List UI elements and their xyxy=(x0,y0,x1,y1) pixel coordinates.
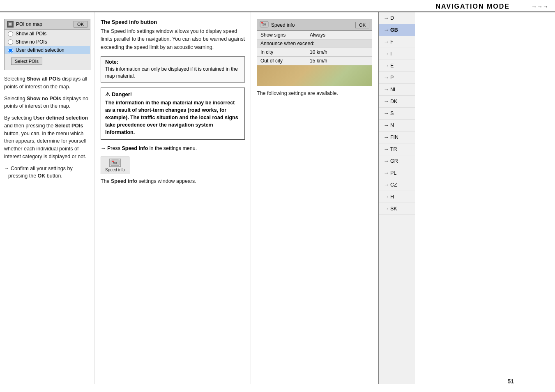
poi-select-button[interactable]: Select POIs xyxy=(11,58,42,65)
poi-widget: POI on map OK Show all POIs Show no POIs… xyxy=(4,19,90,70)
nav-item-h[interactable]: → H xyxy=(379,191,415,203)
out-of-city-label: Out of city xyxy=(260,58,310,64)
confirm-text: → Confirm all your settings by pressing … xyxy=(4,165,90,180)
poi-radio-show-all[interactable] xyxy=(8,31,13,37)
speed-row-out-of-city: Out of city 15 km/h xyxy=(257,57,372,65)
page-header: NAVIGATION MODE →→→ xyxy=(0,0,555,12)
speed-widget-title-left: 50 Speed info xyxy=(260,21,295,29)
speed-widget-map-bg xyxy=(257,65,372,86)
speed-info-widget: 50 Speed info OK Show signs Always Annou… xyxy=(257,19,372,86)
speed-info-button-widget[interactable]: 50 Speed info xyxy=(101,157,129,174)
show-none-bold: Show no POIs xyxy=(27,96,61,101)
speed-row-in-city: In city 10 km/h xyxy=(257,48,372,57)
speed-row-announce: Announce when exceed: xyxy=(257,39,372,48)
speed-widget-title-bar: 50 Speed info OK xyxy=(257,19,372,31)
svg-rect-4 xyxy=(112,161,114,162)
nav-item-p[interactable]: → P xyxy=(379,72,415,84)
poi-title-bar: POI on map OK xyxy=(5,19,90,30)
poi-widget-title: POI on map xyxy=(16,21,42,27)
speed-info-appears-bold: Speed info xyxy=(111,178,137,184)
left-text-para3: By selecting User defined selection and … xyxy=(4,114,90,161)
show-signs-label: Show signs xyxy=(260,32,310,38)
right-column: 50 Speed info OK Show signs Always Annou… xyxy=(251,12,378,384)
speed-info-section-title: The Speed info button xyxy=(101,19,245,25)
arrow-navigation: →→→ xyxy=(531,3,548,10)
nav-item-fin[interactable]: → FIN xyxy=(379,131,415,143)
poi-show-all-label: Show all POIs xyxy=(16,31,46,37)
svg-rect-7 xyxy=(261,22,263,23)
speed-row-show-signs: Show signs Always xyxy=(257,31,372,39)
nav-item-n[interactable]: → N xyxy=(379,120,415,131)
nav-item-i[interactable]: → I xyxy=(379,48,415,60)
out-of-city-value: 15 km/h xyxy=(310,58,327,64)
poi-show-none-label: Show no POIs xyxy=(16,39,47,45)
speed-info-section-body: The Speed info settings window allows yo… xyxy=(101,28,245,51)
poi-ok-button[interactable]: OK xyxy=(74,21,88,28)
show-all-bold: Show all POIs xyxy=(27,76,61,82)
press-speed-info-line: → Press Speed info in the settings menu. xyxy=(101,145,245,152)
speed-widget-title: Speed info xyxy=(271,22,295,28)
danger-body: The information in the map material may … xyxy=(105,99,240,136)
nav-item-s[interactable]: → S xyxy=(379,108,415,120)
nav-item-e[interactable]: → E xyxy=(379,60,415,72)
poi-option-show-all[interactable]: Show all POIs xyxy=(5,30,90,38)
nav-item-d[interactable]: → D xyxy=(379,12,415,24)
announce-label: Announce when exceed: xyxy=(260,41,318,46)
user-defined-bold: User defined selection xyxy=(33,115,88,121)
language-navigation: → D → GB → F → I → E → P → NL → DK → S →… xyxy=(378,12,415,384)
speed-info-button-label: Speed info xyxy=(105,168,125,172)
confirm-ok-bold: OK xyxy=(38,173,46,179)
poi-title-left: POI on map xyxy=(7,21,42,28)
note-box: Note: This information can only be displ… xyxy=(101,56,245,83)
nav-item-dk[interactable]: → DK xyxy=(379,96,415,108)
nav-item-pl[interactable]: → PL xyxy=(379,167,415,179)
page-title: NAVIGATION MODE xyxy=(435,3,510,10)
poi-radio-show-none[interactable] xyxy=(8,39,13,45)
poi-option-show-none[interactable]: Show no POIs xyxy=(5,38,90,46)
page-number: 51 xyxy=(507,378,514,385)
press-speed-info-bold: Speed info xyxy=(122,145,148,151)
speed-ok-button[interactable]: OK xyxy=(355,22,369,28)
middle-column: The Speed info button The Speed info set… xyxy=(94,12,251,384)
danger-title-text: Danger! xyxy=(112,91,132,97)
speed-info-icon: 50 xyxy=(109,159,121,167)
main-content: POI on map OK Show all POIs Show no POIs… xyxy=(0,12,555,384)
confirm-arrow: → xyxy=(4,166,11,171)
nav-item-gb[interactable]: → GB xyxy=(379,24,415,36)
in-city-label: In city xyxy=(260,49,310,55)
poi-user-defined-label: User defined selection xyxy=(16,47,64,53)
speed-info-appears-text: The Speed info settings window appears. xyxy=(101,178,245,185)
in-city-value: 10 km/h xyxy=(310,49,327,55)
nav-item-nl[interactable]: → NL xyxy=(379,84,415,96)
press-arrow: → xyxy=(101,145,107,151)
arrow-nav-arrows: →→→ xyxy=(531,3,548,10)
note-body: This information can only be displayed i… xyxy=(105,66,240,80)
nav-item-tr[interactable]: → TR xyxy=(379,143,415,155)
danger-title: ⚠ Danger! xyxy=(105,91,240,97)
left-column: POI on map OK Show all POIs Show no POIs… xyxy=(0,12,94,384)
nav-item-gr[interactable]: → GR xyxy=(379,155,415,167)
left-text-para1: Selecting Show all POIs displays all poi… xyxy=(4,75,90,91)
speed-widget-icon: 50 xyxy=(260,21,269,29)
nav-item-cz[interactable]: → CZ xyxy=(379,179,415,191)
poi-map-icon xyxy=(7,21,14,28)
danger-triangle-icon: ⚠ xyxy=(105,91,110,97)
following-settings-text: The following settings are available. xyxy=(257,90,372,96)
poi-radio-user-defined[interactable] xyxy=(8,48,13,53)
svg-rect-1 xyxy=(9,23,12,25)
left-text-para2: Selecting Show no POIs displays no point… xyxy=(4,95,90,111)
nav-item-sk[interactable]: → SK xyxy=(379,203,415,215)
select-pois-bold: Select POIs xyxy=(55,123,83,129)
poi-option-user-defined[interactable]: User defined selection xyxy=(5,46,90,54)
note-title: Note: xyxy=(105,59,240,65)
nav-item-f[interactable]: → F xyxy=(379,36,415,48)
danger-box: ⚠ Danger! The information in the map mat… xyxy=(101,88,245,140)
show-signs-value: Always xyxy=(310,32,325,38)
